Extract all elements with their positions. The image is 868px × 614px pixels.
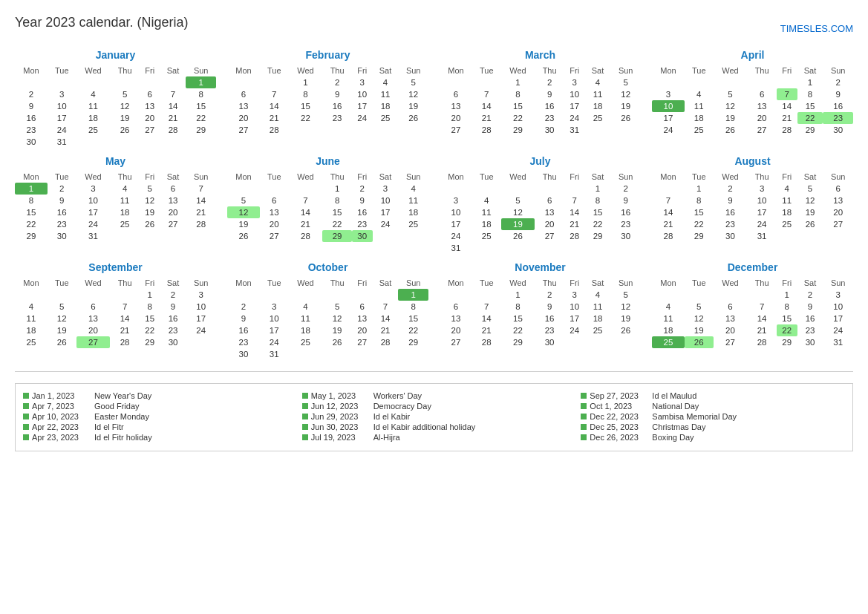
calendar-day <box>15 76 48 88</box>
calendar-day: 18 <box>289 324 323 336</box>
holiday-item: Dec 22, 2023Sambisa Memorial Day <box>581 412 845 421</box>
day-header: Fri <box>564 65 585 76</box>
calendar-day: 19 <box>610 100 641 112</box>
calendar-day: 11 <box>398 195 428 206</box>
calendar-day: 11 <box>110 195 139 206</box>
calendar-day: 30 <box>160 336 186 348</box>
calendar-day: 18 <box>76 112 111 124</box>
calendar-day: 29 <box>186 124 216 136</box>
holiday-name: Id el Fitr <box>94 422 124 431</box>
month-block-january: JanuaryMonTueWedThuFriSatSun123456789101… <box>15 49 216 148</box>
calendar-day: 3 <box>76 183 111 195</box>
calendar-day: 12 <box>398 88 428 100</box>
calendar-day: 14 <box>472 100 501 112</box>
day-header: Fri <box>777 171 797 183</box>
calendar-day: 27 <box>260 230 289 242</box>
calendar-day: 25 <box>76 124 111 136</box>
calendar-day: 28 <box>110 336 139 348</box>
month-title-june: June <box>227 155 428 167</box>
calendar-day: 28 <box>564 230 585 242</box>
calendar-day: 28 <box>186 218 216 230</box>
calendar-day: 24 <box>48 124 76 136</box>
day-header: Tue <box>472 277 501 289</box>
calendar-day: 29 <box>140 336 160 348</box>
calendar-day: 4 <box>76 88 111 100</box>
calendar-day <box>535 183 564 195</box>
day-header: Sat <box>160 277 186 289</box>
calendar-day: 20 <box>76 324 111 336</box>
calendar-day <box>322 289 351 301</box>
holiday-dot <box>23 393 29 399</box>
calendar-day: 26 <box>610 112 641 124</box>
day-header: Thu <box>535 65 564 76</box>
calendar-day <box>186 336 216 348</box>
day-header: Thu <box>747 65 776 76</box>
calendar-day: 2 <box>15 88 48 100</box>
calendar-day <box>260 289 289 301</box>
calendar-day: 7 <box>472 88 501 100</box>
calendar-day <box>585 336 611 348</box>
calendar-day: 31 <box>76 230 111 242</box>
site-link[interactable]: TIMESLES.COM <box>780 23 853 34</box>
holidays-section: Jan 1, 2023New Year's DayApr 7, 2023Good… <box>15 383 853 451</box>
holiday-date: Jun 12, 2023 <box>311 402 371 411</box>
holiday-item: Jun 30, 2023Id el Kabir additional holid… <box>302 422 567 431</box>
calendar-day: 2 <box>535 289 564 301</box>
calendar-day: 24 <box>823 324 853 336</box>
calendar-day: 31 <box>440 242 472 254</box>
calendar-day: 5 <box>110 88 139 100</box>
calendar-day: 15 <box>322 206 351 218</box>
calendar-day <box>585 242 611 254</box>
calendar-day: 23 <box>714 218 748 230</box>
calendar-day: 12 <box>685 313 714 324</box>
page-title: Year 2023 calendar. (Nigeria) <box>15 15 188 30</box>
day-header: Fri <box>564 277 585 289</box>
calendar-day: 22 <box>777 324 797 336</box>
month-title-september: September <box>15 261 216 273</box>
holiday-column-1: May 1, 2023Workers' DayJun 12, 2023Democ… <box>302 391 567 443</box>
calendar-day: 27 <box>352 336 373 348</box>
calendar-day <box>76 136 111 148</box>
calendar-day: 30 <box>610 230 641 242</box>
calendar-day: 10 <box>260 313 289 324</box>
holiday-item: Apr 10, 2023Easter Monday <box>23 412 287 421</box>
holiday-dot <box>581 424 587 430</box>
calendar-day: 10 <box>823 301 853 313</box>
calendar-day: 15 <box>797 100 823 112</box>
calendar-day: 25 <box>652 336 685 348</box>
calendar-day: 7 <box>472 301 501 313</box>
calendar-day: 30 <box>714 230 748 242</box>
day-header: Sat <box>585 65 611 76</box>
calendar-day: 28 <box>472 124 501 136</box>
calendar-day: 27 <box>535 230 564 242</box>
calendar-day: 20 <box>227 112 260 124</box>
calendar-day: 26 <box>398 112 428 124</box>
cal-table-october: MonTueWedThuFriSatSun1234567891011121314… <box>227 277 428 360</box>
calendar-day: 6 <box>227 88 260 100</box>
day-header: Wed <box>501 65 535 76</box>
calendar-day: 9 <box>535 88 564 100</box>
calendar-day: 11 <box>289 313 323 324</box>
calendar-day: 17 <box>48 112 76 124</box>
calendar-day: 23 <box>535 324 564 336</box>
day-header: Tue <box>685 277 714 289</box>
holiday-date: Jul 19, 2023 <box>311 433 371 442</box>
calendar-day: 4 <box>15 301 48 313</box>
holiday-item: Apr 23, 2023Id el Fitr holiday <box>23 433 287 442</box>
holiday-name: Workers' Day <box>373 391 422 400</box>
day-header: Wed <box>289 171 323 183</box>
day-header: Mon <box>227 171 260 183</box>
calendar-day: 3 <box>440 195 472 206</box>
calendar-day: 21 <box>564 218 585 230</box>
calendar-day: 17 <box>564 100 585 112</box>
calendar-day <box>564 242 585 254</box>
holiday-name: Id el Fitr holiday <box>94 433 152 442</box>
calendar-day: 14 <box>747 313 776 324</box>
calendar-day: 22 <box>15 218 48 230</box>
holiday-name: Al-Hijra <box>373 433 400 442</box>
calendar-day <box>110 76 139 88</box>
day-header: Thu <box>322 277 351 289</box>
calendar-day: 8 <box>322 195 351 206</box>
calendar-day: 4 <box>398 183 428 195</box>
calendar-day: 1 <box>685 183 714 195</box>
